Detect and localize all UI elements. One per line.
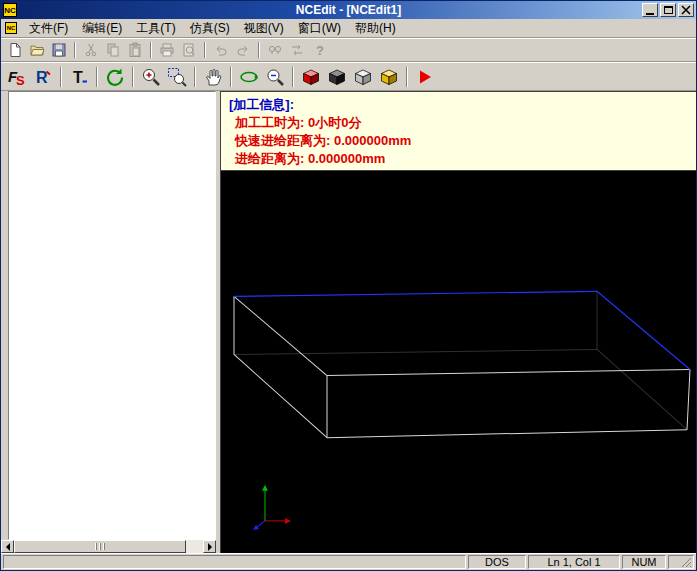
measure-button[interactable]: R bbox=[30, 64, 56, 89]
print-preview-icon bbox=[181, 42, 197, 58]
status-cursor-position: Ln 1, Col 1 bbox=[528, 555, 620, 569]
toolbar-separator bbox=[60, 67, 62, 87]
print-button[interactable] bbox=[156, 40, 178, 60]
title-bar: NC NCEdit - [NCEdit1] bbox=[1, 1, 696, 19]
zoom-window-icon bbox=[167, 67, 187, 87]
toolbar-separator bbox=[194, 67, 196, 87]
machining-info-title: [加工信息]: bbox=[229, 96, 688, 114]
menu-item-file[interactable]: 文件(F) bbox=[22, 19, 75, 38]
wireframe-box-hidden-edges bbox=[234, 291, 687, 429]
close-icon bbox=[681, 5, 691, 15]
help-button[interactable]: ? bbox=[308, 40, 330, 60]
editor-hscrollbar bbox=[1, 540, 216, 553]
nc-code-editor[interactable] bbox=[8, 91, 216, 540]
refresh-view-icon bbox=[105, 67, 125, 87]
close-button[interactable] bbox=[678, 3, 694, 17]
new-icon bbox=[7, 42, 23, 58]
editor-row bbox=[1, 91, 216, 540]
machining-info-panel: [加工信息]: 加工工时为: 0小时0分 快速进给距离为: 0.000000mm… bbox=[221, 91, 696, 171]
menu-item-help[interactable]: 帮助(H) bbox=[348, 19, 403, 38]
axis-x-arrow-icon bbox=[285, 518, 291, 524]
zoom-extents-icon bbox=[265, 67, 285, 87]
cut-button[interactable] bbox=[80, 40, 102, 60]
wireframe-box-edges bbox=[234, 296, 690, 437]
menu-item-window[interactable]: 窗口(W) bbox=[291, 19, 348, 38]
print-preview-button[interactable] bbox=[178, 40, 200, 60]
main-area: [加工信息]: 加工工时为: 0小时0分 快速进给距离为: 0.000000mm… bbox=[1, 91, 696, 553]
view-solid-gray-button[interactable] bbox=[350, 64, 376, 89]
zoom-window-button[interactable] bbox=[164, 64, 190, 89]
simulation-settings-icon: FS bbox=[7, 67, 27, 87]
svg-text:S: S bbox=[16, 73, 25, 87]
pan-button[interactable] bbox=[200, 64, 226, 89]
minimize-button[interactable] bbox=[642, 3, 658, 17]
view-solid-red-button[interactable] bbox=[298, 64, 324, 89]
run-simulation-button[interactable] bbox=[412, 64, 438, 89]
measure-icon: R bbox=[33, 67, 53, 87]
status-num-lock: NUM bbox=[622, 555, 666, 569]
toolbar-separator bbox=[230, 67, 232, 87]
cube-gray-icon bbox=[353, 67, 373, 87]
rapid-feed-distance-line: 快速进给距离为: 0.000000mm bbox=[229, 132, 688, 150]
toolbar-separator bbox=[406, 67, 408, 87]
menu-bar: NC 文件(F) 编辑(E) 工具(T) 仿真(S) 视图(V) 窗口(W) 帮… bbox=[1, 19, 696, 38]
status-message bbox=[3, 555, 466, 569]
thumb-grip-icon bbox=[95, 543, 97, 550]
thumb-grip-icon bbox=[99, 543, 101, 550]
maximize-icon bbox=[664, 6, 673, 14]
toolbar-separator bbox=[96, 67, 98, 87]
rotate-view-button[interactable] bbox=[236, 64, 262, 89]
menu-item-edit[interactable]: 编辑(E) bbox=[75, 19, 129, 38]
print-icon bbox=[159, 42, 175, 58]
redo-button[interactable] bbox=[232, 40, 254, 60]
app-logo-icon: NC bbox=[3, 3, 17, 17]
paste-icon bbox=[127, 42, 143, 58]
resize-grip[interactable] bbox=[668, 555, 694, 569]
scroll-right-button[interactable] bbox=[203, 540, 216, 553]
scroll-track[interactable] bbox=[14, 540, 203, 553]
text-cursor-button[interactable]: T bbox=[66, 64, 92, 89]
maximize-button[interactable] bbox=[660, 3, 676, 17]
find-icon bbox=[267, 42, 283, 58]
replace-button[interactable] bbox=[286, 40, 308, 60]
zoom-extents-button[interactable] bbox=[262, 64, 288, 89]
simulation-settings-button[interactable]: FS bbox=[4, 64, 30, 89]
window-controls bbox=[642, 3, 694, 17]
open-button[interactable] bbox=[26, 40, 48, 60]
menu-item-tools[interactable]: 工具(T) bbox=[129, 19, 182, 38]
simulation-pane: [加工信息]: 加工工时为: 0小时0分 快速进给距离为: 0.000000mm… bbox=[220, 91, 696, 553]
minimize-icon bbox=[646, 13, 654, 15]
zoom-in-button[interactable] bbox=[138, 64, 164, 89]
view-solid-dark-button[interactable] bbox=[324, 64, 350, 89]
viewport-3d[interactable] bbox=[221, 171, 696, 553]
simulation-toolbar: FS R T bbox=[1, 62, 696, 91]
paste-button[interactable] bbox=[124, 40, 146, 60]
text-cursor-icon: T bbox=[69, 67, 89, 87]
svg-text:T: T bbox=[73, 69, 83, 86]
app-window: NC NCEdit - [NCEdit1] NC 文件(F) 编辑(E) 工具(… bbox=[0, 0, 697, 571]
save-button[interactable] bbox=[48, 40, 70, 60]
document-icon[interactable]: NC bbox=[5, 22, 17, 34]
undo-icon bbox=[213, 42, 229, 58]
copy-icon bbox=[105, 42, 121, 58]
scroll-right-icon bbox=[208, 543, 212, 551]
svg-text:?: ? bbox=[316, 43, 324, 58]
window-title: NCEdit - [NCEdit1] bbox=[1, 3, 696, 17]
find-button[interactable] bbox=[264, 40, 286, 60]
cube-yellow-icon bbox=[379, 67, 399, 87]
toolbar-separator bbox=[292, 67, 294, 87]
menu-item-view[interactable]: 视图(V) bbox=[237, 19, 291, 38]
scroll-thumb[interactable] bbox=[14, 540, 186, 553]
scroll-left-button[interactable] bbox=[1, 540, 14, 553]
view-solid-yellow-button[interactable] bbox=[376, 64, 402, 89]
menu-item-simulation[interactable]: 仿真(S) bbox=[183, 19, 237, 38]
status-bar: DOS Ln 1, Col 1 NUM bbox=[1, 553, 696, 570]
status-file-mode: DOS bbox=[468, 555, 526, 569]
rotate-view-icon bbox=[239, 67, 259, 87]
copy-button[interactable] bbox=[102, 40, 124, 60]
undo-button[interactable] bbox=[210, 40, 232, 60]
wireframe-box-highlight-edges bbox=[234, 291, 690, 369]
scroll-left-icon bbox=[6, 543, 10, 551]
refresh-view-button[interactable] bbox=[102, 64, 128, 89]
new-button[interactable] bbox=[4, 40, 26, 60]
